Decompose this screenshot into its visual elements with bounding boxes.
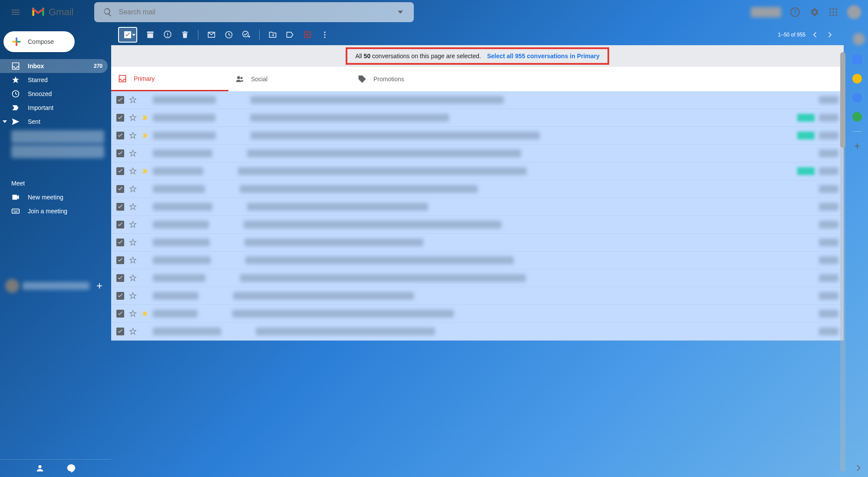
show-side-panel-button[interactable] (852, 461, 865, 474)
pager-next-button[interactable] (824, 28, 837, 41)
report-spam-icon[interactable] (163, 30, 172, 39)
mail-row[interactable] (111, 252, 844, 269)
calendar-icon[interactable] (852, 55, 862, 64)
star-icon[interactable] (129, 131, 137, 140)
star-icon[interactable] (129, 292, 137, 300)
tasks-icon[interactable] (852, 93, 862, 103)
row-checkbox[interactable] (116, 114, 124, 122)
scrollbar[interactable] (840, 52, 845, 472)
person-icon[interactable] (35, 464, 45, 473)
mail-row[interactable] (111, 127, 844, 145)
star-icon[interactable] (129, 220, 137, 229)
sidebar-item-sent[interactable]: Sent (0, 115, 108, 129)
mail-row[interactable] (111, 305, 844, 323)
mail-row[interactable] (111, 234, 844, 252)
add-to-tasks-icon[interactable] (242, 30, 251, 39)
row-checkbox[interactable] (116, 221, 124, 229)
star-icon[interactable] (129, 96, 137, 104)
important-marker-icon[interactable] (142, 114, 149, 121)
apps-button[interactable] (825, 3, 842, 21)
search-input[interactable] (118, 8, 390, 17)
archive-icon[interactable] (146, 30, 155, 39)
star-icon[interactable] (129, 149, 137, 158)
search-bar[interactable] (94, 2, 414, 22)
row-checkbox[interactable] (116, 96, 124, 104)
row-checkbox[interactable] (116, 292, 124, 300)
star-icon[interactable] (129, 202, 137, 211)
row-checkbox[interactable] (116, 167, 124, 175)
tab-label: Promotions (373, 76, 404, 83)
get-addons-button[interactable]: + (852, 141, 862, 151)
star-icon[interactable] (129, 113, 137, 122)
star-icon[interactable] (129, 167, 137, 176)
mail-row[interactable] (111, 216, 844, 234)
star-icon[interactable] (129, 185, 137, 193)
important-marker-icon[interactable] (142, 310, 149, 317)
create-new-label-icon[interactable] (303, 30, 312, 39)
pager-prev-button[interactable] (808, 28, 821, 41)
scrollbar-thumb[interactable] (840, 52, 845, 148)
settings-button[interactable] (805, 3, 823, 21)
select-all-in-primary-link[interactable]: Select all 955 conversations in Primary (487, 53, 600, 60)
mail-row[interactable] (111, 198, 844, 216)
row-checkbox[interactable] (116, 256, 124, 264)
meet-join-meeting[interactable]: Join a meeting (11, 204, 100, 218)
star-icon[interactable] (129, 309, 137, 318)
sidebar-item-important[interactable]: Important (0, 101, 108, 115)
snooze-icon[interactable] (224, 30, 233, 39)
side-panel-account[interactable] (853, 33, 865, 45)
mail-row[interactable] (111, 91, 844, 109)
row-checkbox[interactable] (116, 185, 124, 193)
tab-social[interactable]: Social (228, 67, 351, 91)
mail-row[interactable] (111, 323, 844, 341)
mail-row[interactable] (111, 269, 844, 287)
tab-primary[interactable]: Primary (111, 67, 228, 91)
row-checkbox[interactable] (116, 310, 124, 318)
search-button[interactable] (98, 3, 118, 21)
mail-row[interactable] (111, 180, 844, 198)
hangouts-avatar[interactable] (5, 279, 19, 293)
support-button[interactable]: ? (786, 3, 804, 21)
row-checkbox[interactable] (116, 328, 124, 335)
row-checkbox[interactable] (116, 132, 124, 139)
main-menu-button[interactable] (7, 3, 24, 21)
search-options-button[interactable] (390, 3, 410, 21)
mail-row[interactable] (111, 145, 844, 162)
labels-icon[interactable] (286, 30, 294, 39)
select-all-dropdown[interactable] (132, 34, 135, 36)
mail-row[interactable] (111, 162, 844, 180)
account-avatar[interactable] (847, 5, 861, 19)
more-icon[interactable] (320, 30, 329, 39)
row-checkbox[interactable] (116, 203, 124, 211)
important-marker-icon[interactable] (142, 168, 149, 175)
meet-new-meeting[interactable]: New meeting (11, 190, 100, 204)
sidebar-item-snoozed[interactable]: Snoozed (0, 87, 108, 101)
important-marker-icon[interactable] (142, 132, 149, 139)
tab-promotions[interactable]: Promotions (351, 67, 473, 91)
compose-button[interactable]: Compose (3, 31, 75, 52)
mark-unread-icon[interactable] (207, 30, 216, 39)
hangouts-add-button[interactable]: + (93, 279, 106, 292)
select-all-checkbox[interactable] (118, 27, 137, 43)
contacts-icon[interactable] (852, 112, 862, 122)
row-checkbox[interactable] (116, 274, 124, 282)
row-checkbox[interactable] (116, 149, 124, 157)
hangouts-icon[interactable] (66, 464, 76, 473)
mail-list[interactable] (111, 91, 844, 477)
subject-blurred (244, 238, 423, 246)
date-blurred (819, 149, 838, 157)
row-checkbox[interactable] (116, 238, 124, 246)
star-icon[interactable] (129, 256, 137, 265)
delete-icon[interactable] (181, 30, 189, 39)
plus-icon (10, 36, 23, 48)
star-icon[interactable] (129, 327, 137, 336)
sidebar-item-inbox[interactable]: Inbox 270 (0, 59, 108, 73)
mail-row[interactable] (111, 109, 844, 127)
move-to-icon[interactable] (268, 30, 277, 39)
mail-row[interactable] (111, 287, 844, 305)
sidebar-item-starred[interactable]: Starred (0, 73, 108, 87)
star-icon[interactable] (129, 274, 137, 282)
keep-icon[interactable] (852, 74, 862, 83)
gmail-logo[interactable]: Gmail (31, 7, 73, 18)
star-icon[interactable] (129, 238, 137, 247)
